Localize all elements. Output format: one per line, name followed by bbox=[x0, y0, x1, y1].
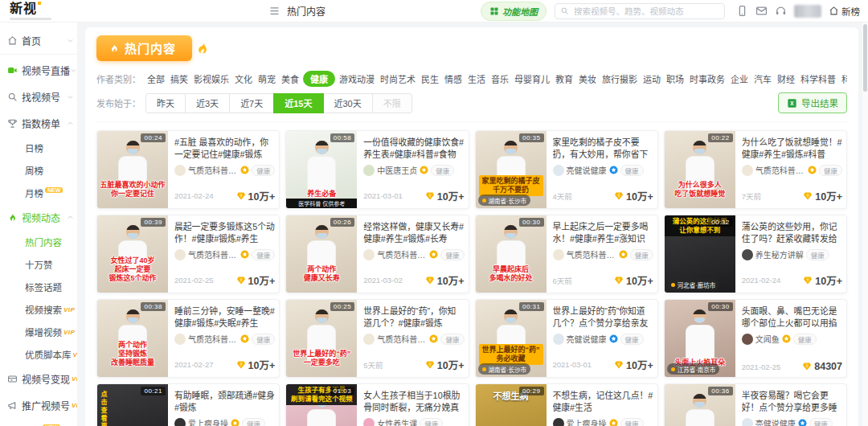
sidebar-subitem-daily-rank[interactable]: 日榜 bbox=[0, 137, 77, 159]
category-item[interactable]: 时事政务 bbox=[688, 71, 727, 87]
category-item[interactable]: 时尚艺术 bbox=[379, 71, 417, 87]
scrollbar[interactable] bbox=[862, 23, 868, 426]
video-thumbnail[interactable]: 女性过了40岁起床一定要锻炼这5个动作00:39 bbox=[97, 215, 168, 293]
video-thumbnail[interactable]: 为什么很多人吃了饭就想睡觉00:22 bbox=[665, 131, 735, 208]
avatar[interactable] bbox=[794, 5, 821, 18]
time-filter-selected[interactable]: 近15天 bbox=[273, 93, 323, 113]
category-item[interactable]: 教育 bbox=[554, 71, 575, 87]
sidebar-subitem-weekly-rank[interactable]: 周榜 bbox=[0, 159, 77, 182]
sidebar-item-live[interactable]: 视频号直播 bbox=[0, 57, 77, 84]
category-item[interactable]: 游戏动漫 bbox=[338, 71, 376, 87]
category-item[interactable]: 职场 bbox=[665, 71, 686, 87]
video-thumbnail[interactable]: 不想生病00:29 bbox=[476, 384, 547, 426]
category-item[interactable]: 运动 bbox=[641, 71, 662, 87]
category-item[interactable]: 旅行摄影 bbox=[600, 71, 639, 87]
category-item[interactable]: 企业 bbox=[729, 71, 750, 87]
time-filter-item[interactable]: 近7天 bbox=[229, 93, 274, 113]
category-item[interactable]: 民生 bbox=[420, 71, 440, 87]
video-card[interactable]: 头面上火掐耳朵00:30江苏省·南京市头面眼、鼻、嘴巴无论是哪个部位上火都可以用… bbox=[664, 299, 847, 378]
video-card[interactable]: 五脏最喜欢的小动作你一定要记住00:24#五脏 最喜欢的动作，你一定要记住#健康… bbox=[96, 130, 280, 209]
mobile-icon[interactable] bbox=[736, 5, 748, 17]
video-thumbnail[interactable]: 生孩子有多不易刷到请看完这个视频01:03广东省·深圳市 bbox=[286, 384, 357, 426]
author-row[interactable]: 爱上瘦身操健康 bbox=[174, 417, 275, 426]
sidebar-item-monetization[interactable]: 视频号变现VIP bbox=[0, 366, 77, 392]
category-item[interactable]: 生活 bbox=[466, 71, 487, 87]
video-thumbnail[interactable]: 世界上最好的“药”务必收藏00:31湖南省·长沙市 bbox=[476, 300, 547, 377]
author-row[interactable]: 文闻鱼健康 bbox=[742, 333, 842, 345]
sidebar-subitem-monthly-rank[interactable]: 月榜NEW bbox=[0, 182, 77, 204]
newrank-link[interactable]: 新榜 bbox=[829, 5, 860, 18]
category-item[interactable]: 母婴育儿 bbox=[513, 71, 551, 87]
time-filter-item[interactable]: 近30天 bbox=[323, 93, 373, 113]
video-thumbnail[interactable]: 半夜容易醒喝它会更好00:36湖南省·长沙市 bbox=[665, 384, 735, 426]
search-input[interactable] bbox=[572, 6, 719, 17]
category-item[interactable]: 美妆 bbox=[577, 71, 598, 87]
time-filter-item[interactable]: 昨天 bbox=[145, 93, 186, 113]
sidebar-item-shangqiao[interactable]: 商桥NEW bbox=[0, 419, 77, 426]
category-item[interactable]: 影视娱乐 bbox=[192, 71, 231, 87]
message-icon[interactable] bbox=[755, 5, 768, 17]
video-thumbnail[interactable]: 头面上火掐耳朵00:30江苏省·南京市 bbox=[665, 300, 735, 377]
video-thumbnail[interactable]: 五脏最喜欢的小动作你一定要记住00:24 bbox=[97, 131, 168, 208]
tab-hot-content[interactable]: 热门内容 bbox=[287, 4, 326, 18]
time-filter-item[interactable]: 近3天 bbox=[185, 93, 230, 113]
author-row[interactable]: 气质范科普程老师健康 bbox=[742, 164, 842, 176]
sidebar-subitem-tag-topics[interactable]: 标签话题 bbox=[0, 276, 77, 298]
video-card[interactable]: 世界上最好的“药”一定要多吃00:25世界上最好的“药”，你知道几个？#健康#锻… bbox=[285, 299, 469, 378]
feature-map-button[interactable]: 功能地图 bbox=[481, 2, 547, 21]
sidebar-item-index-rank[interactable]: 指数榜单 bbox=[0, 110, 77, 137]
video-thumbnail[interactable]: 两个动作健康又长寿00:26 bbox=[286, 215, 357, 293]
category-item[interactable]: 美食 bbox=[280, 71, 301, 87]
author-row[interactable]: 气质范科普程老师健康 bbox=[363, 333, 464, 345]
video-card[interactable]: 半夜容易醒喝它会更好00:36湖南省·长沙市半夜容易醒？喝它会更好！点个赞分享给… bbox=[664, 383, 847, 426]
author-row[interactable]: 亮健说健康健康 bbox=[553, 164, 653, 176]
video-card[interactable]: 为什么很多人吃了饭就想睡觉00:22为什么吃了饭就想睡觉！#健康#养生#锻炼#科… bbox=[664, 130, 847, 209]
category-item[interactable]: 音乐 bbox=[489, 71, 510, 87]
category-item[interactable]: 财经 bbox=[776, 71, 796, 87]
author-row[interactable]: 气质范科普程老师健康 bbox=[553, 248, 653, 260]
category-item-selected[interactable]: 健康 bbox=[303, 71, 335, 87]
video-card[interactable]: 家里吃剩的橘子皮千万不要扔00:35湖南省·长沙市家里吃剩的橘子皮不要扔，有大妙… bbox=[475, 130, 658, 209]
collapse-sidebar-icon[interactable] bbox=[268, 5, 280, 17]
author-row[interactable]: 亮健说健康健康 bbox=[742, 417, 842, 426]
sidebar-subitem-script-library[interactable]: 优质脚本库VIP bbox=[0, 343, 77, 366]
export-button[interactable]: 导出结果 bbox=[778, 92, 847, 113]
category-item[interactable]: 情感 bbox=[443, 71, 464, 87]
headset-icon[interactable] bbox=[775, 5, 787, 17]
category-item[interactable]: 汽车 bbox=[752, 71, 773, 87]
video-thumbnail[interactable]: 家里吃剩的橘子皮千万不要扔00:35湖南省·长沙市 bbox=[476, 131, 547, 208]
video-thumbnail[interactable]: 世界上最好的“药”一定要多吃00:25 bbox=[286, 300, 357, 377]
video-card[interactable]: 养生必备医学科普 仅供参考00:58一份值得收藏的健康饮食#养生表#健康#科普#… bbox=[285, 130, 469, 209]
author-row[interactable]: 中医唐王贞健康 bbox=[363, 164, 464, 176]
video-card[interactable]: 不想生病00:29不想生病，记住这几点！#健康#生活爱上瘦身操健康2021-03… bbox=[475, 383, 658, 426]
author-row[interactable]: 气质范科普程老师健康 bbox=[174, 164, 275, 176]
category-item[interactable]: 文化 bbox=[233, 71, 254, 87]
author-row[interactable]: 气质范科普程老师健康 bbox=[174, 333, 275, 345]
author-row[interactable]: 爱上瘦身操健康 bbox=[553, 417, 653, 426]
video-card[interactable]: 女性过了40岁起床一定要锻炼这5个动作00:39晨起一定要多锻炼这5个动作！#健… bbox=[96, 215, 280, 293]
author-row[interactable]: 养生秘方讲解健康 bbox=[742, 248, 842, 260]
logo[interactable]: 新视 bbox=[0, 2, 77, 20]
video-card[interactable]: 生孩子有多不易刷到请看完这个视频01:03广东省·深圳市女人生孩子相当于10根肋… bbox=[285, 383, 469, 426]
author-row[interactable]: 女性养生课健康 bbox=[363, 417, 464, 426]
video-thumbnail[interactable]: 养生必备医学科普 仅供参考00:58 bbox=[286, 131, 357, 208]
video-card[interactable]: 早晨起床后多喝水的好处00:30早上起床之后一定要多喝水！#健康#养生#涨知识气… bbox=[475, 215, 658, 293]
author-row[interactable]: 气质范科普程老师健康 bbox=[363, 248, 464, 260]
category-item[interactable]: 萌宠 bbox=[256, 71, 277, 87]
category-item[interactable]: 全部 bbox=[145, 71, 166, 87]
video-thumbnail[interactable]: 两个动作坚持锻炼改善睡眠质量00:38 bbox=[97, 300, 168, 377]
sidebar-item-video-trends[interactable]: 视频动态 bbox=[0, 204, 77, 231]
sidebar-subitem-100k-likes[interactable]: 十万赞 bbox=[0, 253, 77, 276]
category-item[interactable]: 搞笑 bbox=[169, 71, 190, 87]
video-card[interactable]: 两个动作坚持锻炼改善睡眠质量00:38睡前三分钟，安睡一整晚#健康#锻炼#失眠#… bbox=[96, 299, 280, 378]
category-item[interactable]: 科学科普 bbox=[799, 71, 837, 87]
video-card[interactable]: 世界上最好的“药”务必收藏00:31湖南省·长沙市世界上最好的“药”你知道几个？… bbox=[475, 299, 658, 378]
video-thumbnail[interactable]: 早晨起床后多喝水的好处00:30 bbox=[476, 215, 547, 293]
video-card[interactable]: 蒲公英的这些妙用让你意想不到00:32河北省·廊坊市蒲公英的这些妙用，你记住了吗… bbox=[664, 215, 847, 293]
sidebar-subitem-hot-content[interactable]: 热门内容 bbox=[0, 231, 77, 253]
sidebar-subitem-video-search[interactable]: 视频搜索VIP bbox=[0, 298, 77, 321]
scrollbar-thumb[interactable] bbox=[863, 24, 867, 92]
author-row[interactable]: 气质范科普程老师健康 bbox=[174, 248, 275, 260]
category-item[interactable]: 科技互联网 bbox=[840, 71, 847, 87]
sidebar-item-home[interactable]: 首页 bbox=[0, 27, 77, 55]
